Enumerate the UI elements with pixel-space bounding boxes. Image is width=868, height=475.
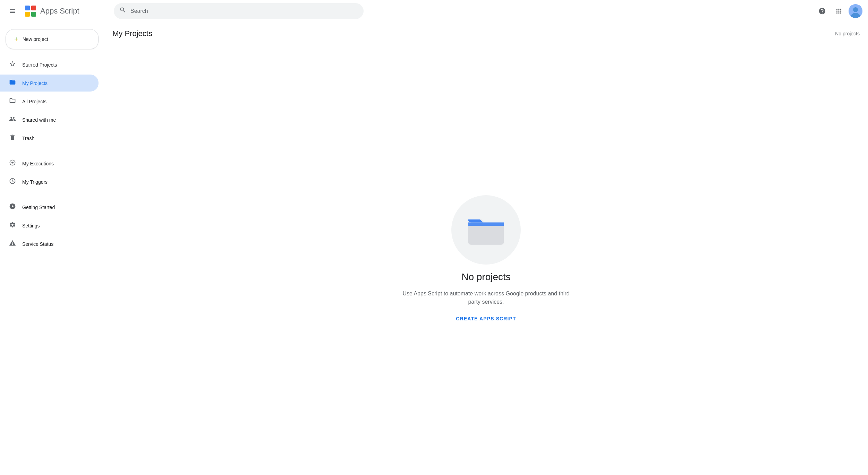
empty-state-title: No projects xyxy=(461,271,511,283)
topbar: Apps Script xyxy=(0,0,868,22)
executions-icon xyxy=(8,159,17,168)
empty-state-description: Use Apps Script to automate work across … xyxy=(399,290,573,306)
svg-point-5 xyxy=(853,7,858,12)
sidebar-item-my-triggers[interactable]: My Triggers xyxy=(0,173,99,190)
avatar[interactable] xyxy=(849,4,862,18)
svg-rect-2 xyxy=(25,12,30,17)
help-icon[interactable] xyxy=(815,4,829,18)
sidebar-spacer-1 xyxy=(0,148,104,154)
sidebar-spacer-2 xyxy=(0,192,104,197)
sidebar-item-my-projects[interactable]: My Projects xyxy=(0,75,99,92)
topbar-right xyxy=(815,4,862,18)
settings-icon xyxy=(8,221,17,230)
sidebar-item-service-status[interactable]: Service Status xyxy=(0,235,99,252)
sidebar-item-my-executions[interactable]: My Executions xyxy=(0,155,99,172)
sidebar-label-all-projects: All Projects xyxy=(22,99,46,104)
sidebar-item-shared[interactable]: Shared with me xyxy=(0,111,99,128)
svg-rect-3 xyxy=(31,12,36,17)
sidebar-label-shared: Shared with me xyxy=(22,117,56,123)
new-project-button[interactable]: + New project xyxy=(6,29,99,49)
sidebar-label-trash: Trash xyxy=(22,136,34,141)
main-header: My Projects No projects xyxy=(104,22,868,44)
sidebar-item-getting-started[interactable]: Getting Started xyxy=(0,199,99,216)
empty-folder-icon xyxy=(465,213,507,247)
app-title: Apps Script xyxy=(40,7,79,16)
empty-state-icon-container xyxy=(451,195,521,265)
svg-rect-0 xyxy=(25,6,30,10)
play-circle-icon xyxy=(8,203,17,211)
empty-state: No projects Use Apps Script to automate … xyxy=(104,44,868,475)
svg-rect-1 xyxy=(31,6,36,10)
main-content: My Projects No projects No projects Use … xyxy=(104,22,868,475)
sidebar-label-my-triggers: My Triggers xyxy=(22,179,48,185)
search-bar xyxy=(114,3,364,19)
sidebar-label-service-status: Service Status xyxy=(22,241,53,247)
apps-grid-icon[interactable] xyxy=(832,4,846,18)
star-icon xyxy=(8,60,17,69)
sidebar-item-all-projects[interactable]: All Projects xyxy=(0,93,99,110)
apps-script-logo xyxy=(24,4,37,18)
menu-icon[interactable] xyxy=(6,4,19,18)
new-project-label: New project xyxy=(23,36,48,42)
body: + New project Starred Projects My Projec… xyxy=(0,22,868,475)
plus-icon: + xyxy=(14,36,18,43)
sidebar-label-my-executions: My Executions xyxy=(22,161,54,166)
sidebar-item-settings[interactable]: Settings xyxy=(0,217,99,234)
page-title: My Projects xyxy=(112,29,152,38)
people-icon xyxy=(8,115,17,124)
folder-icon xyxy=(8,79,17,87)
sidebar-item-trash[interactable]: Trash xyxy=(0,130,99,147)
warning-icon xyxy=(8,240,17,248)
create-apps-script-button[interactable]: CREATE APPS SCRIPT xyxy=(450,313,521,324)
sidebar-label-my-projects: My Projects xyxy=(22,80,48,86)
trash-icon xyxy=(8,134,17,142)
folder-open-icon xyxy=(8,97,17,106)
sidebar-item-starred[interactable]: Starred Projects xyxy=(0,56,99,73)
sidebar-label-settings: Settings xyxy=(22,223,40,228)
sidebar-label-getting-started: Getting Started xyxy=(22,205,55,210)
sidebar-label-starred: Starred Projects xyxy=(22,62,57,68)
logo-area: Apps Script xyxy=(24,4,79,18)
topbar-left: Apps Script xyxy=(6,4,110,18)
no-projects-count: No projects xyxy=(835,31,860,36)
sidebar: + New project Starred Projects My Projec… xyxy=(0,22,104,475)
trigger-icon xyxy=(8,178,17,186)
search-input[interactable] xyxy=(130,8,358,14)
search-icon xyxy=(119,7,126,15)
